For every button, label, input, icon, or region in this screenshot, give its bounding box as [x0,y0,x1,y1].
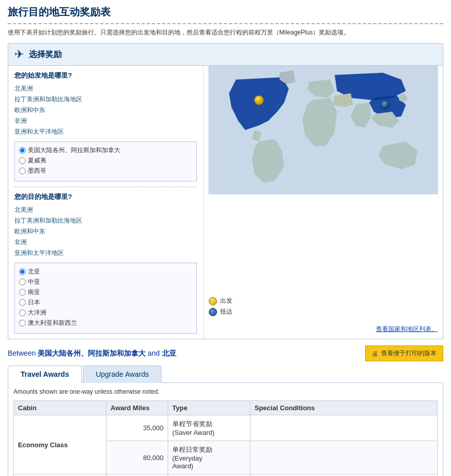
dest-option-south-asia[interactable]: 南亚 [19,288,192,297]
type-saver-economy: 单程节省奖励(Saver Award) [168,415,250,441]
origin-region-europe[interactable]: 欧洲和中东 [14,105,197,116]
dest-option-north-asia[interactable]: 北亚 [19,267,192,276]
origin-region-list: 北美洲 拉丁美洲和加勒比海地区 欧洲和中东 非洲 亚洲和太平洋地区 [14,83,197,137]
origin-region-asia[interactable]: 亚洲和太平洋地区 [14,126,197,137]
col-miles: Award Miles [106,401,168,415]
dest-region-europe[interactable]: 欧洲和中东 [14,226,197,237]
cabin-business: Business Class [14,474,106,477]
tab-upgrade-awards[interactable]: Upgrade Awards [83,365,161,383]
arrive-dot [209,308,217,316]
svg-point-1 [255,96,264,105]
map-legend: 出发 抵达 [209,297,232,318]
awards-table: Cabin Award Miles Type Special Condition… [13,400,438,476]
dest-option-japan[interactable]: 日本 [19,298,192,307]
origin-sub-options: 美国大陆各州、阿拉斯加和加拿大 夏威夷 墨西哥 [14,141,197,181]
plane-icon: ✈ [14,48,24,61]
dest-label: 您的目的地是哪里? [14,192,197,202]
origin-option-mexico[interactable]: 墨西哥 [19,167,192,175]
cabin-economy: Economy Class [14,415,106,474]
selection-left: 您的始发地是哪里? 北美洲 拉丁美洲和加勒比海地区 欧洲和中东 非洲 亚洲和太平… [8,66,204,339]
divider [14,187,197,187]
page-title: 旅行目的地互动奖励表 [8,5,443,24]
select-awards-bar[interactable]: ✈ 选择奖励 [8,43,443,66]
origin-option-hawaii[interactable]: 夏威夷 [19,156,192,165]
amounts-note: Amounts shown are one-way unless otherwi… [13,388,438,395]
col-cabin: Cabin [14,401,106,415]
between-and: and [148,349,161,357]
between-origin: 美国大陆各州、阿拉斯加和加拿大 [38,349,146,357]
origin-label: 您的始发地是哪里? [14,71,197,80]
col-type: Type [168,401,250,415]
dest-region-africa[interactable]: 非洲 [14,237,197,248]
table-row: Business Class 70,000 单程节省奖励(Saver Award… [14,474,438,477]
dest-region-latin-america[interactable]: 拉丁美洲和加勒比海地区 [14,215,197,226]
dest-region-list: 北美洲 拉丁美洲和加勒比海地区 欧洲和中东 非洲 亚洲和太平洋地区 [14,205,197,259]
dest-sub-options: 北亚 中亚 南亚 日本 大洋洲 澳大利亚和新西兰 [14,263,197,334]
dest-option-oceania[interactable]: 大洋洲 [19,308,192,317]
print-button[interactable]: 🖨 查看便于打印的版本 [365,345,443,361]
tabs-container: Travel Awards Upgrade Awards [8,365,443,383]
arrive-label: 抵达 [220,307,232,316]
table-row: Economy Class 35,000 单程节省奖励(Saver Award) [14,415,438,441]
awards-panel: Amounts shown are one-way unless otherwi… [8,382,443,476]
origin-region-latin-america[interactable]: 拉丁美洲和加勒比海地区 [14,94,197,105]
between-prefix: Between [8,349,35,357]
map-container: 出发 抵达 查看国家和地区列表。 [204,66,443,339]
type-saver-business: 单程节省奖励(Saver Award) [168,474,250,477]
conditions-empty-2 [250,441,438,474]
dest-option-australia[interactable]: 澳大利亚和新西兰 [19,319,192,327]
between-text: Between 美国大陆各州、阿拉斯加和加拿大 and 北亚 [8,349,176,358]
origin-option-us[interactable]: 美国大陆各州、阿拉斯加和加拿大 [19,146,192,155]
origin-region-north-america[interactable]: 北美洲 [14,83,197,94]
selection-panel: 您的始发地是哪里? 北美洲 拉丁美洲和加勒比海地区 欧洲和中东 非洲 亚洲和太平… [8,66,443,339]
dest-region-asia[interactable]: 亚洲和太平洋地区 [14,248,197,259]
dest-option-central-asia[interactable]: 中亚 [19,278,192,286]
tab-travel-awards[interactable]: Travel Awards [8,365,82,383]
table-header-row: Cabin Award Miles Type Special Condition… [14,401,438,415]
miles-80000: 80,000 [106,441,168,474]
print-icon: 🖨 [372,350,378,357]
between-dest: 北亚 [162,349,176,357]
depart-dot [209,297,217,305]
legend-arrive: 抵达 [209,307,232,316]
miles-35000: 35,000 [106,415,168,441]
legend-depart: 出发 [209,297,232,305]
conditions-empty-3 [250,474,438,477]
svg-point-2 [381,100,390,109]
origin-region-africa[interactable]: 非洲 [14,116,197,126]
miles-70000: 70,000 [106,474,168,477]
conditions-empty-1 [250,415,438,441]
country-list-link[interactable]: 查看国家和地区列表。 [376,325,438,334]
col-conditions: Special Conditions [250,401,438,415]
dest-region-north-america[interactable]: 北美洲 [14,205,197,215]
between-row: Between 美国大陆各州、阿拉斯加和加拿大 and 北亚 🖨 查看便于打印的… [8,345,443,361]
type-everyday-economy: 单程日常奖励(EverydayAward) [168,441,250,474]
map-panel: 出发 抵达 查看国家和地区列表。 [204,66,443,339]
page-subtitle: 使用下表开始计划您的奖励旅行。只需选择您的出发地和目的地，然后查看适合您行程的前… [8,28,443,37]
depart-label: 出发 [220,297,232,305]
select-awards-label: 选择奖励 [29,49,62,60]
print-label: 查看便于打印的版本 [381,349,437,358]
world-map [204,66,443,194]
